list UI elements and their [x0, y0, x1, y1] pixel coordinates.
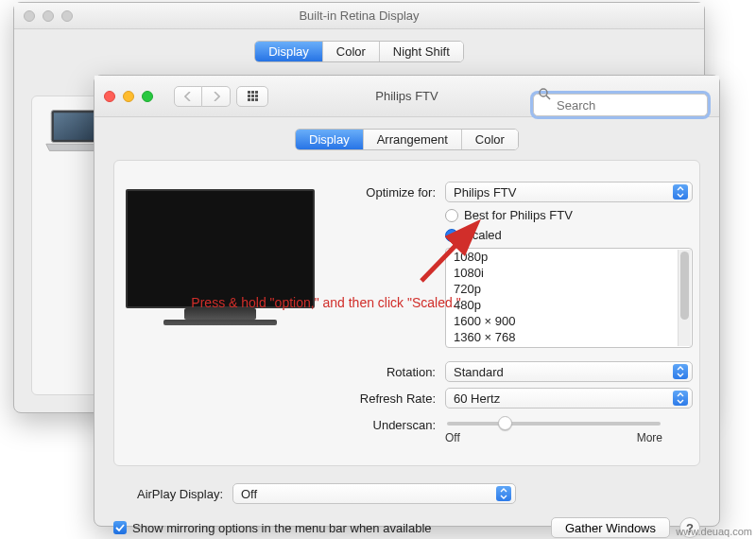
- tv-preview: [131, 176, 330, 308]
- updown-icon: [496, 486, 511, 501]
- search-input[interactable]: [533, 94, 708, 116]
- tab-color[interactable]: Color: [462, 130, 518, 149]
- back-tab-display[interactable]: Display: [255, 42, 323, 61]
- updown-icon: [673, 391, 688, 406]
- svg-rect-1: [54, 113, 99, 140]
- watermark-text: www.deuaq.com: [676, 526, 752, 537]
- scrollbar-thumb[interactable]: [680, 252, 689, 320]
- gather-windows-button[interactable]: Gather Windows: [551, 517, 670, 538]
- minimize-icon[interactable]: [123, 91, 134, 102]
- rotation-label: Rotation:: [352, 365, 436, 379]
- rotation-value: Standard: [454, 365, 504, 379]
- scrollbar[interactable]: [678, 250, 691, 346]
- search-icon: [539, 76, 551, 117]
- back-window-title: Built-in Retina Display: [299, 9, 419, 23]
- mirroring-label: Show mirroring options in the menu bar w…: [132, 521, 432, 535]
- maximize-icon: [61, 10, 73, 22]
- front-window-titlebar: Philips FTV: [94, 76, 719, 117]
- mirroring-checkbox[interactable]: [113, 521, 127, 534]
- search-field-wrap[interactable]: [533, 85, 708, 108]
- show-all-button[interactable]: [236, 86, 268, 107]
- airplay-value: Off: [241, 487, 257, 501]
- optimize-for-select[interactable]: Philips FTV: [445, 182, 693, 202]
- back-tab-nightshift[interactable]: Night Shift: [380, 42, 463, 61]
- airplay-label: AirPlay Display:: [113, 487, 223, 501]
- back-window-titlebar: Built-in Retina Display: [14, 3, 704, 29]
- forward-button[interactable]: [202, 86, 231, 107]
- resolution-option[interactable]: 480p: [446, 297, 692, 313]
- optimize-for-value: Philips FTV: [454, 185, 516, 200]
- tab-arrangement[interactable]: Arrangement: [364, 130, 462, 149]
- underscan-min-label: Off: [445, 431, 460, 444]
- resolution-option[interactable]: 1360 × 768: [446, 329, 692, 345]
- front-window-tabs: Display Arrangement Color: [94, 117, 719, 160]
- updown-icon: [673, 364, 688, 379]
- svg-line-4: [421, 226, 474, 281]
- refresh-rate-select[interactable]: 60 Hertz: [445, 388, 693, 409]
- back-window-tabs: Display Color Night Shift: [14, 29, 704, 72]
- back-button[interactable]: [174, 86, 202, 107]
- underscan-label: Underscan:: [352, 418, 436, 432]
- tab-display[interactable]: Display: [296, 130, 364, 149]
- updown-icon: [673, 184, 688, 200]
- svg-line-3: [546, 96, 550, 99]
- slider-thumb[interactable]: [498, 416, 512, 430]
- chevron-left-icon: [184, 92, 192, 101]
- annotation-text: Press & hold "option," and then click "S…: [170, 295, 482, 310]
- minimize-icon: [43, 10, 54, 22]
- close-icon: [24, 10, 35, 22]
- front-window-title: Philips FTV: [375, 89, 438, 103]
- refresh-rate-value: 60 Hertz: [454, 391, 500, 406]
- underscan-slider[interactable]: Off More: [445, 414, 662, 444]
- svg-point-2: [540, 89, 547, 96]
- maximize-icon[interactable]: [142, 91, 153, 102]
- resolution-option[interactable]: 1600 × 900: [446, 313, 692, 329]
- annotation-arrow-icon: [418, 218, 493, 285]
- grid-icon: [248, 91, 258, 101]
- back-tab-color[interactable]: Color: [323, 42, 380, 61]
- chevron-right-icon: [213, 92, 220, 101]
- check-icon: [115, 523, 125, 532]
- underscan-max-label: More: [637, 431, 662, 444]
- rotation-select[interactable]: Standard: [445, 361, 693, 382]
- airplay-select[interactable]: Off: [232, 483, 516, 504]
- tv-icon: [126, 189, 315, 308]
- optimize-for-label: Optimize for:: [352, 185, 436, 200]
- refresh-rate-label: Refresh Rate:: [352, 391, 436, 406]
- close-icon[interactable]: [104, 91, 115, 102]
